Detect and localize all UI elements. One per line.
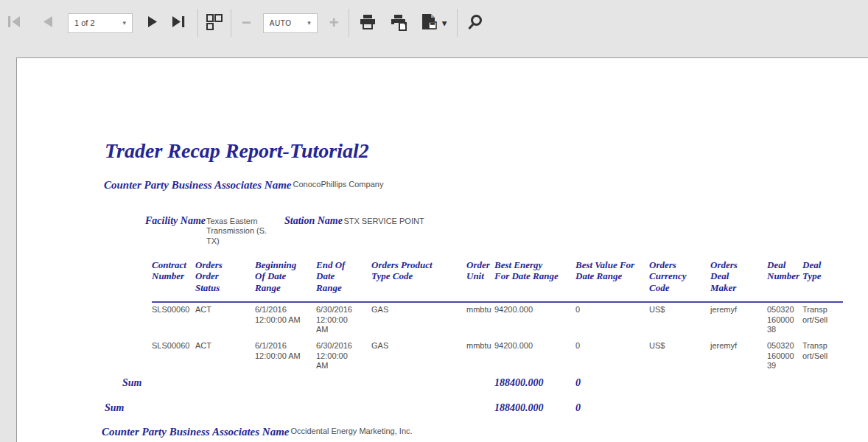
report-page: Trader Recap Report-Tutorial2 Counter Pa…: [16, 57, 868, 442]
counter-party-section-1: Counter Party Business Associates NameCo…: [104, 178, 383, 192]
counter-party-label: Counter Party Business Associates Name: [104, 179, 291, 191]
table-cell: 05032016000038: [767, 302, 802, 339]
column-header: End Of Date Range: [316, 259, 371, 302]
chevron-down-icon: ▾: [307, 19, 311, 27]
column-header: Best Value For Date Range: [575, 259, 649, 302]
table-cell: US$: [649, 339, 710, 373]
group-sum-row: Sum 188400.000 0: [105, 373, 843, 398]
column-header: Deal Type: [802, 259, 843, 302]
report-viewer-toolbar: 1 of 2 ▾ − AUTO ▾ + ▾: [0, 0, 868, 46]
report-title: Trader Recap Report-Tutorial2: [105, 139, 369, 163]
search-icon: [467, 14, 483, 32]
report-sum-label: Sum: [105, 398, 494, 423]
sum-indent-spacer: [105, 259, 122, 302]
export-button[interactable]: ▾: [421, 13, 447, 33]
group-indent-spacer: [122, 259, 152, 302]
row-indent-spacer: [105, 302, 122, 339]
zoom-in-button[interactable]: +: [329, 15, 339, 31]
table-cell: mmbtu: [466, 339, 494, 373]
zoom-level-value: AUTO: [270, 19, 292, 27]
column-header: Beginning Of Date Range: [255, 259, 316, 302]
column-header: Order Unit: [466, 259, 494, 302]
row-indent-spacer: [105, 339, 122, 373]
toolbar-separator: [457, 9, 458, 37]
table-cell: 94200.000: [494, 339, 575, 373]
toolbar-separator: [231, 9, 231, 37]
table-cell: jeremyf: [710, 339, 767, 373]
column-header: Orders Currency Code: [649, 259, 710, 302]
table-cell: 94200.000: [494, 302, 575, 339]
facility-name-label: Facility Name: [145, 215, 206, 227]
page-number-select[interactable]: 1 of 2 ▾: [68, 13, 133, 33]
table-cell: 6/1/2016 12:00:00 AM: [255, 339, 316, 373]
multi-page-view-icon: [206, 13, 223, 33]
station-name-label: Station Name: [284, 215, 343, 227]
next-page-icon: [147, 15, 158, 30]
group-sum-best-value: 0: [575, 373, 649, 398]
table-cell: ACT: [195, 302, 255, 339]
first-page-button[interactable]: [7, 15, 21, 30]
last-page-icon: [172, 15, 186, 30]
table-cell: GAS: [371, 302, 466, 339]
print-layout-button[interactable]: [390, 13, 409, 33]
column-header: Deal Number: [767, 259, 802, 302]
table-cell: 0: [575, 339, 649, 373]
table-cell: US$: [649, 302, 710, 339]
column-header: Orders Deal Maker: [710, 259, 767, 302]
last-page-button[interactable]: [172, 15, 186, 30]
orders-table: Contract NumberOrders Order StatusBeginn…: [105, 259, 843, 423]
row-indent-spacer: [122, 339, 152, 373]
column-header: Best Energy For Date Range: [494, 259, 575, 302]
previous-page-icon: [42, 15, 53, 30]
next-page-button[interactable]: [147, 15, 158, 30]
search-button[interactable]: [467, 14, 483, 32]
table-cell: SLS00060: [152, 302, 195, 339]
table-cell: 05032016000039: [767, 339, 802, 373]
toolbar-separator: [197, 9, 198, 37]
zoom-out-button[interactable]: −: [242, 15, 251, 31]
print-layout-icon: [390, 13, 409, 33]
facility-name-value: Texas Eastern Transmission (S. TX): [206, 217, 277, 246]
table-cell: 6/1/2016 12:00:00 AM: [255, 302, 316, 339]
column-header: Contract Number: [152, 259, 195, 302]
toolbar-separator: [349, 9, 349, 37]
plus-icon: +: [329, 15, 339, 31]
report-sum-row: Sum 188400.000 0: [105, 398, 843, 423]
table-row: SLS00060ACT6/1/2016 12:00:00 AM6/30/2016…: [105, 339, 843, 373]
column-header: Orders Order Status: [195, 259, 255, 302]
export-save-icon: [421, 13, 440, 33]
report-sum-best-energy: 188400.000: [494, 398, 575, 423]
chevron-down-icon: ▾: [442, 18, 447, 29]
table-cell: 0: [575, 302, 649, 339]
counter-party-value: ConocoPhillips Company: [293, 180, 383, 189]
table-cell: jeremyf: [710, 302, 767, 339]
station-name-value: STX SERVICE POINT: [343, 217, 425, 226]
minus-icon: −: [242, 15, 251, 31]
table-cell: Transport/Sell: [802, 302, 843, 339]
first-page-icon: [7, 15, 21, 30]
counter-party-label: Counter Party Business Associates Name: [102, 426, 289, 438]
table-cell: SLS00060: [152, 339, 195, 373]
table-cell: GAS: [371, 339, 466, 373]
group-sum-label: Sum: [122, 373, 494, 398]
counter-party-section-2: Counter Party Business Associates NameOc…: [102, 425, 413, 438]
previous-page-button[interactable]: [42, 15, 53, 30]
zoom-level-select[interactable]: AUTO ▾: [263, 13, 318, 33]
group-sum-best-energy: 188400.000: [494, 373, 575, 398]
page-layout-button[interactable]: [206, 13, 223, 33]
report-sum-best-value: 0: [575, 398, 649, 423]
table-body: SLS00060ACT6/1/2016 12:00:00 AM6/30/2016…: [105, 302, 843, 373]
page-number-value: 1 of 2: [74, 18, 95, 27]
table-cell: Transport/Sell: [802, 339, 843, 373]
row-indent-spacer: [122, 302, 152, 339]
table-cell: 6/30/2016 12:00:00 AM: [316, 339, 371, 373]
counter-party-value: Occidental Energy Marketing, Inc.: [290, 427, 412, 435]
table-row: SLS00060ACT6/1/2016 12:00:00 AM6/30/2016…: [105, 302, 843, 339]
table-header-row: Contract NumberOrders Order StatusBeginn…: [105, 259, 843, 302]
print-button[interactable]: [359, 13, 377, 33]
table-cell: 6/30/2016 12:00:00 AM: [316, 302, 371, 339]
orders-table-wrapper: Contract NumberOrders Order StatusBeginn…: [105, 259, 843, 423]
printer-icon: [359, 13, 377, 33]
table-cell: ACT: [195, 339, 255, 373]
column-header: Orders Product Type Code: [371, 259, 466, 302]
